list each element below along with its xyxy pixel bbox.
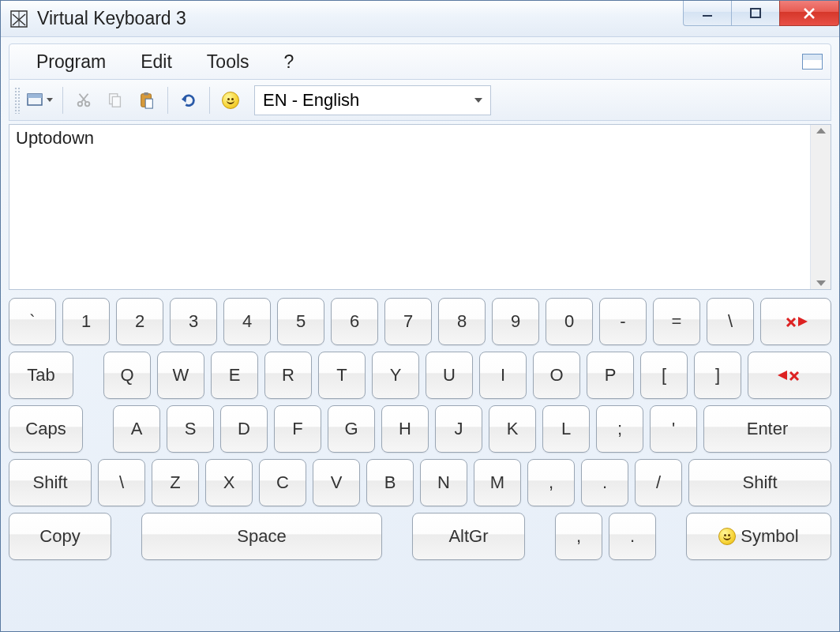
key-6[interactable]: 6: [331, 298, 378, 345]
key-enter[interactable]: Enter: [703, 405, 831, 453]
key-semicolon[interactable]: ;: [596, 405, 643, 453]
menu-tools[interactable]: Tools: [189, 48, 267, 76]
close-button[interactable]: [779, 1, 839, 26]
key-x[interactable]: X: [205, 459, 253, 506]
key-equals[interactable]: =: [653, 298, 700, 345]
emoji-button[interactable]: [216, 86, 245, 115]
svg-rect-5: [751, 9, 760, 17]
key-j[interactable]: J: [435, 405, 482, 453]
restore-panel-icon[interactable]: [802, 54, 823, 70]
key-d[interactable]: D: [220, 405, 268, 453]
maximize-button[interactable]: [731, 1, 780, 26]
key-t[interactable]: T: [318, 352, 366, 399]
minimize-button[interactable]: [683, 1, 732, 26]
key-q[interactable]: Q: [103, 352, 151, 399]
key-2[interactable]: 2: [116, 298, 163, 345]
menubar: Program Edit Tools ?: [9, 43, 831, 80]
cut-button[interactable]: [69, 86, 98, 115]
key-b[interactable]: B: [366, 459, 414, 506]
menu-edit[interactable]: Edit: [123, 48, 189, 76]
svg-marker-22: [798, 317, 808, 326]
key-s[interactable]: S: [167, 405, 214, 453]
toolbar-separator: [62, 87, 63, 114]
keyboard-row-5: Copy Space AltGr , . Symbol: [9, 513, 831, 560]
key-tab[interactable]: Tab: [9, 352, 73, 399]
key-backspace[interactable]: [760, 298, 831, 345]
svg-rect-9: [28, 94, 42, 98]
key-7[interactable]: 7: [384, 298, 432, 345]
key-delete[interactable]: [748, 352, 831, 399]
window-title: Virtual Keyboard 3: [37, 8, 186, 29]
key-comma[interactable]: ,: [527, 459, 575, 506]
key-h[interactable]: H: [381, 405, 429, 453]
key-bracket-right[interactable]: ]: [694, 352, 741, 399]
key-g[interactable]: G: [328, 405, 375, 453]
key-y[interactable]: Y: [372, 352, 419, 399]
key-k[interactable]: K: [489, 405, 536, 453]
menu-program[interactable]: Program: [19, 48, 123, 76]
key-backslash2[interactable]: \: [98, 459, 145, 506]
key-z[interactable]: Z: [152, 459, 199, 506]
chevron-down-icon: [47, 98, 53, 102]
copy-button[interactable]: [101, 86, 129, 115]
key-u[interactable]: U: [426, 352, 473, 399]
key-p[interactable]: P: [587, 352, 634, 399]
language-select[interactable]: EN - English: [254, 85, 491, 115]
key-minus[interactable]: -: [599, 298, 647, 345]
key-4[interactable]: 4: [223, 298, 271, 345]
key-v[interactable]: V: [313, 459, 360, 506]
svg-marker-23: [778, 371, 787, 380]
vertical-scrollbar[interactable]: [810, 125, 831, 289]
key-comma2[interactable]: ,: [555, 513, 602, 560]
key-8[interactable]: 8: [438, 298, 486, 345]
layout-dropdown-button[interactable]: [24, 86, 56, 115]
text-input[interactable]: Uptodown: [9, 125, 810, 289]
window-controls: [684, 1, 839, 26]
keyboard-row-2: Tab Q W E R T Y U I O P [ ]: [9, 352, 831, 399]
key-period2[interactable]: .: [609, 513, 656, 560]
key-m[interactable]: M: [474, 459, 521, 506]
key-f[interactable]: F: [274, 405, 321, 453]
key-backslash[interactable]: \: [707, 298, 754, 345]
key-3[interactable]: 3: [170, 298, 217, 345]
key-backtick[interactable]: `: [9, 298, 56, 345]
toolbar: EN - English: [9, 80, 831, 121]
app-window: Virtual Keyboard 3 Program Edit Tools ?: [0, 0, 840, 632]
smiley-icon: [222, 92, 239, 109]
delete-icon: [776, 367, 803, 383]
key-apostrophe[interactable]: ': [650, 405, 697, 453]
app-icon: [9, 9, 29, 29]
key-9[interactable]: 9: [492, 298, 539, 345]
keyboard-row-1: ` 1 2 3 4 5 6 7 8 9 0 - = \: [9, 298, 831, 345]
key-e[interactable]: E: [211, 352, 258, 399]
svg-rect-18: [145, 99, 152, 108]
paste-button[interactable]: [133, 86, 161, 115]
key-w[interactable]: W: [157, 352, 204, 399]
menu-help[interactable]: ?: [267, 48, 312, 76]
key-altgr[interactable]: AltGr: [412, 513, 525, 560]
key-l[interactable]: L: [542, 405, 590, 453]
key-0[interactable]: 0: [546, 298, 593, 345]
key-c[interactable]: C: [259, 459, 306, 506]
svg-point-10: [78, 101, 83, 106]
key-i[interactable]: I: [479, 352, 527, 399]
key-bracket-left[interactable]: [: [640, 352, 688, 399]
key-shift-left[interactable]: Shift: [9, 459, 92, 506]
toolbar-separator: [209, 87, 210, 114]
chevron-down-icon: [474, 98, 482, 103]
key-space[interactable]: Space: [141, 513, 382, 560]
undo-button[interactable]: [174, 86, 203, 115]
key-shift-right[interactable]: Shift: [688, 459, 831, 506]
key-a[interactable]: A: [113, 405, 160, 453]
key-symbol[interactable]: Symbol: [686, 513, 831, 560]
key-copy[interactable]: Copy: [9, 513, 111, 560]
key-r[interactable]: R: [264, 352, 312, 399]
key-1[interactable]: 1: [62, 298, 110, 345]
key-period[interactable]: .: [581, 459, 628, 506]
key-caps[interactable]: Caps: [9, 405, 83, 453]
key-5[interactable]: 5: [277, 298, 324, 345]
key-o[interactable]: O: [533, 352, 580, 399]
keyboard-row-3: Caps A S D F G H J K L ; ' Enter: [9, 405, 831, 453]
key-n[interactable]: N: [420, 459, 467, 506]
key-slash[interactable]: /: [635, 459, 682, 506]
